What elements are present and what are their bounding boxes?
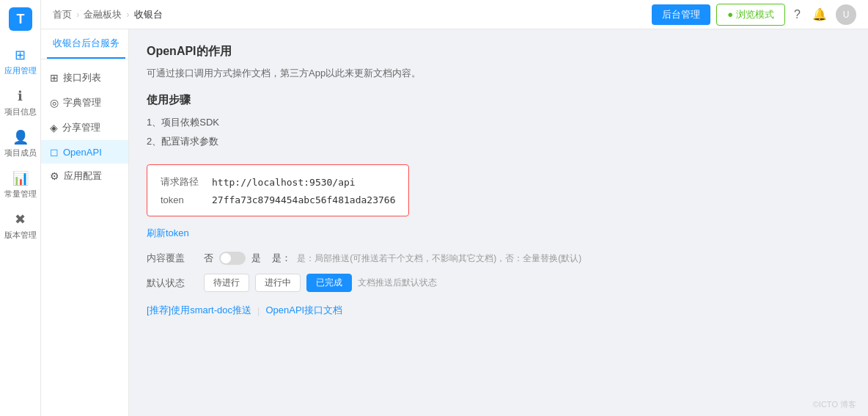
nav-item-dict[interactable]: ◎ 字典管理 — [41, 90, 128, 115]
breadcrumb-sep2: › — [126, 9, 129, 20]
sidebar-item-members[interactable]: 👤 项目成员 — [0, 123, 40, 164]
notification-icon[interactable]: 🔔 — [809, 4, 830, 24]
openapi-doc-link[interactable]: OpenAPI接口文档 — [265, 304, 342, 317]
dict-icon: ◎ — [50, 97, 59, 109]
topbar: 首页 › 金融板块 › 收银台 后台管理 ● 浏览模式 ? 🔔 U — [41, 0, 868, 29]
content-wrapper: 收银台后台服务 + ⊞ 接口列表 ◎ 字典管理 ◈ 分享管理 ◻ Op — [41, 29, 868, 416]
members-icon: 👤 — [12, 129, 29, 145]
content-override-desc: 是：局部推送(可推送若干个文档，不影响其它文档)，否：全量替换(默认) — [297, 252, 581, 265]
main-title: OpenAPI的作用 — [147, 44, 850, 59]
left-nav-tab-service[interactable]: 收银台后台服务 — [47, 29, 125, 59]
app-manage-icon: ⊞ — [15, 47, 26, 63]
copyright: ©️ICTO 博客 — [813, 399, 856, 410]
toggle-no-label: 否 — [204, 252, 213, 265]
sidebar-item-app-manage[interactable]: ⊞ 应用管理 — [0, 41, 40, 82]
browse-button[interactable]: ● 浏览模式 — [716, 4, 785, 26]
sidebar-item-project-info[interactable]: ℹ 项目信息 — [0, 82, 40, 123]
constants-icon: 📊 — [12, 170, 29, 186]
avatar[interactable]: U — [836, 4, 856, 25]
steps-list: 1、项目依赖SDK 2、配置请求参数 — [147, 113, 850, 151]
status-btn-pending[interactable]: 待进行 — [204, 274, 249, 292]
sidebar: T ⊞ 应用管理 ℹ 项目信息 👤 项目成员 📊 常量管理 ✖ 版本管理 — [0, 0, 41, 416]
svg-text:T: T — [16, 12, 24, 26]
step-2: 2、配置请求参数 — [147, 132, 850, 151]
api-token-row: token 27ffa73c8794454abc56f481ada23766 — [161, 194, 395, 205]
share-icon: ◈ — [50, 122, 58, 134]
manage-button[interactable]: 后台管理 — [652, 4, 710, 25]
page-content: OpenAPI的作用 可通过接口调用方式操作文档，第三方App以此来更新文档内容… — [129, 29, 868, 416]
status-btn-inprogress[interactable]: 进行中 — [255, 274, 301, 292]
content-override-label: 内容覆盖 — [147, 252, 198, 265]
reset-token-link[interactable]: 刷新token — [147, 227, 850, 240]
nav-item-openapi[interactable]: ◻ OpenAPI — [41, 140, 128, 164]
step-1: 1、项目依赖SDK — [147, 113, 850, 132]
info-icon: ℹ — [18, 88, 23, 104]
breadcrumb-sep1: › — [76, 9, 79, 20]
sidebar-item-label: 常量管理 — [4, 189, 37, 200]
left-nav: 收银台后台服务 + ⊞ 接口列表 ◎ 字典管理 ◈ 分享管理 ◻ Op — [41, 29, 129, 416]
breadcrumb: 首页 › 金融板块 › 收银台 — [53, 8, 163, 21]
sidebar-item-versions[interactable]: ✖ 版本管理 — [0, 205, 40, 247]
steps-title: 使用步骤 — [147, 93, 850, 107]
topbar-right: 后台管理 ● 浏览模式 ? 🔔 U — [652, 4, 856, 26]
interface-list-icon: ⊞ — [50, 72, 59, 84]
browse-icon: ● — [727, 9, 733, 20]
content-override-row: 内容覆盖 否 是 是： 是：局部推送(可推送若干个文档，不影响其它文档)，否：全… — [147, 252, 850, 265]
nav-item-share[interactable]: ◈ 分享管理 — [41, 115, 128, 140]
footer-sep: | — [257, 305, 260, 316]
nav-item-app-config[interactable]: ⚙ 应用配置 — [41, 164, 128, 189]
sidebar-item-label: 项目成员 — [4, 147, 37, 158]
request-value: http://localhost:9530/api — [212, 177, 356, 188]
app-logo[interactable]: T — [7, 6, 34, 32]
help-icon[interactable]: ? — [791, 5, 803, 24]
content-override-toggle[interactable] — [219, 252, 246, 265]
token-label: token — [161, 194, 212, 205]
toggle-yes-label: 是 — [251, 252, 261, 265]
breadcrumb-home[interactable]: 首页 — [53, 8, 72, 21]
default-status-label: 默认状态 — [147, 277, 198, 290]
sidebar-item-label: 项目信息 — [4, 106, 37, 117]
breadcrumb-current: 收银台 — [134, 8, 163, 21]
footer-links: [推荐]使用smart-doc推送 | OpenAPI接口文档 — [147, 304, 850, 317]
sidebar-item-label: 应用管理 — [4, 65, 37, 76]
request-label: 请求路径 — [161, 175, 212, 189]
default-status-row: 默认状态 待进行 进行中 已完成 文档推送后默认状态 — [147, 274, 850, 292]
nav-item-interface-list[interactable]: ⊞ 接口列表 — [41, 65, 128, 90]
openapi-icon: ◻ — [50, 146, 59, 158]
main-desc: 可通过接口调用方式操作文档，第三方App以此来更新文档内容。 — [147, 67, 850, 80]
left-nav-tabs: 收银台后台服务 + — [41, 29, 128, 59]
sidebar-item-constants[interactable]: 📊 常量管理 — [0, 164, 40, 205]
api-request-row: 请求路径 http://localhost:9530/api — [161, 175, 395, 189]
status-hint: 文档推送后默认状态 — [358, 277, 437, 289]
toggle-separator: 是： — [267, 252, 291, 265]
app-config-icon: ⚙ — [50, 170, 59, 182]
breadcrumb-module[interactable]: 金融板块 — [84, 8, 122, 21]
status-btn-done[interactable]: 已完成 — [306, 274, 352, 292]
sidebar-item-label: 版本管理 — [4, 230, 37, 241]
main-area: 首页 › 金融板块 › 收银台 后台管理 ● 浏览模式 ? 🔔 U 收银台后台服… — [41, 0, 868, 416]
versions-icon: ✖ — [15, 211, 26, 227]
left-nav-items: ⊞ 接口列表 ◎ 字典管理 ◈ 分享管理 ◻ OpenAPI ⚙ 应用配置 — [41, 59, 128, 194]
smart-doc-link[interactable]: [推荐]使用smart-doc推送 — [147, 304, 251, 317]
api-box: 请求路径 http://localhost:9530/api token 27f… — [147, 164, 409, 216]
token-value: 27ffa73c8794454abc56f481ada23766 — [212, 194, 395, 205]
